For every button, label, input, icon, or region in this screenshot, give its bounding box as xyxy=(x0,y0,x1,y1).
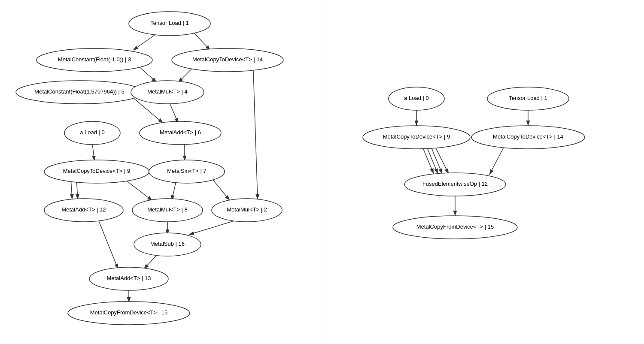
node-tensor-load-1-label: Tensor Load | 1 xyxy=(150,20,188,26)
edge-n9-n8 xyxy=(125,179,152,201)
r-edge-r9-r12-2 xyxy=(427,148,438,174)
node-metal-mul-4-label: MetalMul<T> | 4 xyxy=(147,88,188,95)
edge-n2-n16 xyxy=(189,221,234,235)
edge-n4-n6 xyxy=(170,103,178,123)
node-a-load-0-right-label: a Load | 0 xyxy=(404,95,429,101)
r-edge-r9-r12-1 xyxy=(423,148,434,174)
node-metal-copy-to-device-9-right-label: MetalCopyToDevice<T> | 9 xyxy=(383,133,450,140)
node-metal-sub-16-label: MetalSub | 16 xyxy=(150,241,185,247)
r-edge-r9-r12-3 xyxy=(431,148,442,174)
edge-n7-n2 xyxy=(213,179,230,200)
edge-n12-n13 xyxy=(99,221,118,269)
node-metal-sin-7-label: MetalSin<T> | 7 xyxy=(167,168,207,174)
edge-n1-n14 xyxy=(193,32,210,50)
node-a-load-0-left-label: a Load | 0 xyxy=(80,129,105,136)
edge-n0-n9 xyxy=(92,144,94,161)
node-metal-mul-8-label: MetalMul<T> | 8 xyxy=(147,206,188,213)
node-metal-add-12-label: MetalAdd<T> | 12 xyxy=(61,206,106,213)
node-metal-copy-from-device-15-left-label: MetalCopyFromDevice<T> | 15 xyxy=(90,309,167,316)
node-metal-copy-to-device-14-right-label: MetalCopyToDevice<T> | 14 xyxy=(493,133,563,140)
main-canvas: Tensor Load | 1 MetalConstant(Float(-1.0… xyxy=(0,0,644,344)
diagram-svg: Tensor Load | 1 MetalConstant(Float(-1.0… xyxy=(0,0,644,344)
node-fused-elementwise-op-12-label: FusedElementwiseOp | 12 xyxy=(422,181,488,187)
node-metal-mul-2-label: MetalMul<T> | 2 xyxy=(227,206,267,213)
edge-n7-n8 xyxy=(172,181,176,200)
node-metal-copy-to-device-9-label: MetalCopyToDevice<T> | 9 xyxy=(63,168,131,174)
edge-n16-n13 xyxy=(144,255,157,269)
node-metal-copy-to-device-14-label: MetalCopyToDevice<T> | 14 xyxy=(192,56,263,63)
node-metal-constant-pi-5-label: MetalConstant(Float(1.5707964)) | 5 xyxy=(34,88,124,95)
node-metal-constant-neg1-3-label: MetalConstant(Float(-1.0)) | 3 xyxy=(58,56,131,63)
node-metal-add-6-label: MetalAdd<T> | 6 xyxy=(160,129,201,136)
node-tensor-load-1-right-label: Tensor Load | 1 xyxy=(509,95,547,101)
edge-n3-n4 xyxy=(137,65,157,82)
node-metal-copy-from-device-15-right-label: MetalCopyFromDevice<T> | 15 xyxy=(416,223,494,230)
node-metal-add-13-label: MetalAdd<T> | 13 xyxy=(106,275,151,281)
r-edge-r14-r12 xyxy=(489,146,504,175)
edge-n14-n2 xyxy=(253,71,258,199)
r-edge-r9-r12-4 xyxy=(436,148,449,174)
